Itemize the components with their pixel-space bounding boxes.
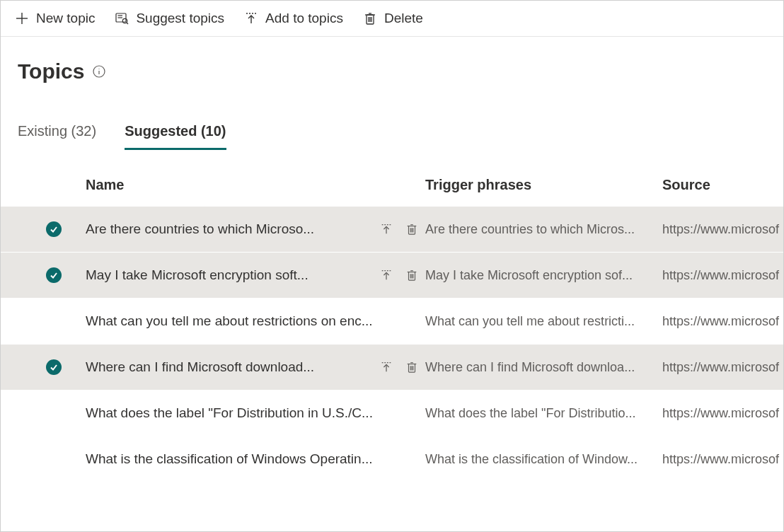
row-checkbox[interactable] — [43, 359, 86, 375]
add-to-topics-label: Add to topics — [265, 11, 343, 26]
table-row[interactable]: What can you tell me about restrictions … — [1, 298, 783, 344]
row-name-text: What does the label "For Distribution in… — [86, 405, 418, 421]
tab-suggested[interactable]: Suggested (10) — [125, 123, 226, 150]
row-name-text: May I take Microsoft encryption soft... — [86, 267, 371, 283]
check-circle-icon — [46, 359, 62, 375]
table-row[interactable]: What does the label "For Distribution in… — [1, 390, 783, 436]
row-trigger-cell: Are there countries to which Micros... — [425, 222, 662, 237]
row-name-cell[interactable]: May I take Microsoft encryption soft... — [86, 267, 425, 283]
row-actions — [380, 269, 418, 282]
row-trash-icon[interactable] — [405, 269, 418, 282]
suggest-topics-label: Suggest topics — [136, 11, 224, 26]
row-upload-icon[interactable] — [380, 269, 393, 282]
column-source[interactable]: Source — [662, 177, 783, 193]
row-source-cell[interactable]: https://www.microsof — [662, 406, 783, 421]
column-trigger[interactable]: Trigger phrases — [425, 177, 662, 193]
new-topic-label: New topic — [36, 11, 95, 26]
page-frame: New topic Suggest topics — [0, 0, 784, 532]
row-trigger-cell: Where can I find Microsoft downloa... — [425, 360, 662, 375]
row-name-cell[interactable]: What is the classification of Windows Op… — [86, 451, 425, 467]
row-checkbox[interactable] — [43, 267, 86, 283]
svg-point-17 — [99, 69, 100, 69]
row-name-text: Are there countries to which Microso... — [86, 221, 371, 237]
row-name-cell[interactable]: Where can I find Microsoft download... — [86, 359, 425, 375]
plus-icon — [15, 11, 29, 25]
trash-icon — [363, 11, 377, 25]
row-actions — [380, 223, 418, 236]
row-trigger-cell: What does the label "For Distributio... — [425, 406, 662, 421]
svg-point-5 — [123, 18, 127, 23]
row-source-cell[interactable]: https://www.microsof — [662, 314, 783, 329]
page-header: Topics — [1, 37, 783, 89]
row-actions — [380, 361, 418, 374]
column-name[interactable]: Name — [86, 177, 425, 193]
row-name-text: What can you tell me about restrictions … — [86, 313, 418, 329]
row-trigger-cell: What can you tell me about restricti... — [425, 314, 662, 329]
info-icon[interactable] — [93, 65, 105, 78]
column-headers: Name Trigger phrases Source — [1, 177, 783, 206]
row-trash-icon[interactable] — [405, 361, 418, 374]
row-trigger-cell: May I take Microsoft encryption sof... — [425, 268, 662, 283]
table-row[interactable]: Are there countries to which Microso...A… — [1, 206, 783, 252]
check-circle-icon — [46, 267, 62, 283]
svg-line-6 — [127, 23, 128, 24]
row-source-cell[interactable]: https://www.microsof — [662, 268, 783, 283]
tabs: Existing (32) Suggested (10) — [1, 89, 783, 150]
toolbar: New topic Suggest topics — [1, 1, 783, 37]
row-name-cell[interactable]: Are there countries to which Microso... — [86, 221, 425, 237]
delete-button[interactable]: Delete — [363, 11, 423, 26]
suggest-icon — [115, 11, 129, 25]
tab-existing[interactable]: Existing (32) — [18, 123, 96, 150]
row-source-cell[interactable]: https://www.microsof — [662, 452, 783, 467]
row-name-text: Where can I find Microsoft download... — [86, 359, 371, 375]
row-upload-icon[interactable] — [380, 361, 393, 374]
row-trash-icon[interactable] — [405, 223, 418, 236]
page-title: Topics — [18, 59, 84, 83]
delete-label: Delete — [384, 11, 423, 26]
table-row[interactable]: Where can I find Microsoft download...Wh… — [1, 344, 783, 390]
row-trigger-cell: What is the classification of Window... — [425, 452, 662, 467]
row-checkbox[interactable] — [43, 221, 86, 237]
add-to-topics-button[interactable]: Add to topics — [244, 11, 343, 26]
table-row[interactable]: What is the classification of Windows Op… — [1, 436, 783, 482]
new-topic-button[interactable]: New topic — [15, 11, 95, 26]
row-name-cell[interactable]: What can you tell me about restrictions … — [86, 313, 425, 329]
row-source-cell[interactable]: https://www.microsof — [662, 360, 783, 375]
rows-container: Are there countries to which Microso...A… — [1, 206, 783, 482]
row-upload-icon[interactable] — [380, 223, 393, 236]
topics-table: Name Trigger phrases Source Are there co… — [1, 150, 783, 482]
row-name-text: What is the classification of Windows Op… — [86, 451, 418, 467]
upload-icon — [244, 11, 258, 25]
suggest-topics-button[interactable]: Suggest topics — [115, 11, 224, 26]
row-name-cell[interactable]: What does the label "For Distribution in… — [86, 405, 425, 421]
check-circle-icon — [46, 221, 62, 237]
row-source-cell[interactable]: https://www.microsof — [662, 222, 783, 237]
table-row[interactable]: May I take Microsoft encryption soft...M… — [1, 252, 783, 298]
